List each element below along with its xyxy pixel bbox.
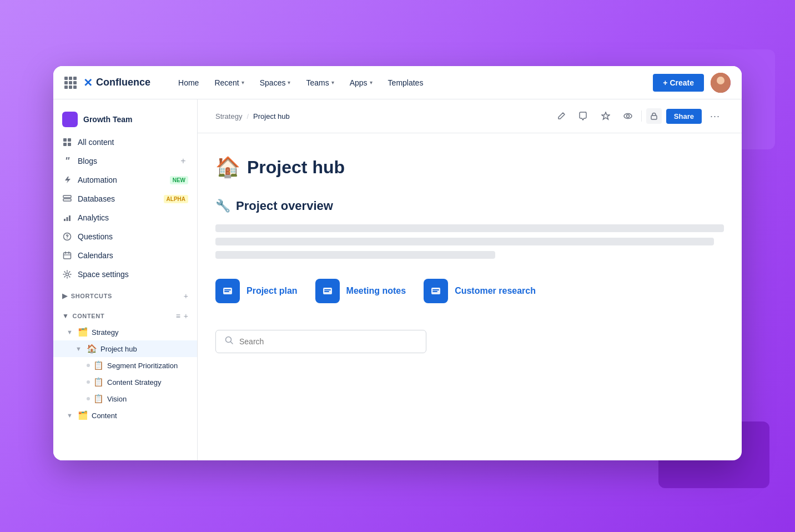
breadcrumb: Strategy / Project hub <box>215 112 290 121</box>
main-layout: Growth Team All content <box>53 99 742 460</box>
add-content-icon[interactable]: + <box>184 312 188 320</box>
card-icon <box>424 279 448 303</box>
sidebar-item-all-content[interactable]: All content <box>53 133 197 152</box>
add-shortcut-icon[interactable]: + <box>184 292 188 300</box>
tree-content-strategy[interactable]: 📋 Content Strategy <box>53 374 197 390</box>
section-heading-row: 🔧 Project overview <box>215 199 724 213</box>
sidebar-item-label: Databases <box>78 194 158 203</box>
logo-label: Confluence <box>96 77 150 88</box>
bullet-icon <box>87 364 90 367</box>
calendars-icon <box>62 250 72 260</box>
filter-icon[interactable]: ≡ <box>176 312 180 320</box>
svg-rect-4 <box>63 138 67 142</box>
tree-project-hub[interactable]: ▼ 🏠 Project hub <box>53 340 197 357</box>
bullet-icon <box>87 380 90 384</box>
nav-recent[interactable]: Recent ▾ <box>207 66 251 99</box>
sidebar-item-blogs[interactable]: " Blogs + <box>53 152 197 170</box>
main-content: Strategy / Project hub <box>198 99 742 460</box>
sidebar-item-databases[interactable]: Databases ALPHA <box>53 189 197 208</box>
svg-rect-11 <box>64 219 66 221</box>
card-icon <box>215 279 240 303</box>
content-header[interactable]: ▼ CONTENT ≡ + <box>53 308 197 324</box>
segment-label: Segment Prioritization <box>107 362 178 370</box>
space-name: Growth Team <box>83 115 132 124</box>
create-button[interactable]: + Create <box>653 74 704 92</box>
section-emoji: 🔧 <box>215 199 230 213</box>
new-badge: NEW <box>170 176 188 184</box>
card-project-plan[interactable]: Project plan <box>215 279 298 303</box>
sidebar-item-label: Calendars <box>78 251 188 260</box>
logo[interactable]: ✕ Confluence <box>83 76 150 89</box>
sidebar-item-label: Questions <box>78 232 188 241</box>
nav-templates[interactable]: Templates <box>380 66 431 99</box>
card-meeting-notes[interactable]: Meeting notes <box>315 279 406 303</box>
nav-teams[interactable]: Teams ▾ <box>298 66 341 99</box>
sidebar-item-space-settings[interactable]: Space settings <box>53 265 197 284</box>
nav-home[interactable]: Home <box>170 66 207 99</box>
star-button[interactable] <box>597 107 615 125</box>
content-icon: 🗂️ <box>78 410 88 420</box>
sidebar-item-label: Automation <box>78 175 164 184</box>
nav-left: ✕ Confluence Home Recent ▾ Spaces ▾ <box>64 66 431 99</box>
more-options-button[interactable]: ··· <box>706 107 724 125</box>
content-toggle-icon: ▼ <box>62 312 69 320</box>
content-collapse-icon: ▼ <box>67 412 74 419</box>
svg-point-17 <box>66 273 69 276</box>
comment-button[interactable] <box>575 107 592 125</box>
breadcrumb-parent[interactable]: Strategy <box>215 112 242 121</box>
sidebar-item-questions[interactable]: Questions <box>53 227 197 246</box>
edit-button[interactable] <box>552 107 570 125</box>
tree-content[interactable]: ▼ 🗂️ Content <box>53 407 197 424</box>
share-button[interactable]: Share <box>666 109 702 124</box>
apps-grid-icon[interactable] <box>64 77 77 89</box>
search-input[interactable] <box>239 337 417 346</box>
search-icon <box>225 336 234 347</box>
sidebar-item-calendars[interactable]: Calendars <box>53 246 197 265</box>
space-icon <box>62 112 78 127</box>
page-body: 🏠 Project hub 🔧 Project overview <box>198 133 742 460</box>
strategy-collapse-icon: ▼ <box>67 329 74 335</box>
logo-x-icon: ✕ <box>83 76 93 89</box>
user-avatar[interactable] <box>711 73 731 93</box>
tree-strategy[interactable]: ▼ 🗂️ Strategy <box>53 324 197 340</box>
sidebar-space-header[interactable]: Growth Team <box>53 106 197 133</box>
svg-rect-6 <box>63 143 67 146</box>
automation-icon <box>62 175 72 185</box>
skeleton-content <box>215 224 724 259</box>
sidebar-item-label: Space settings <box>78 270 188 279</box>
tree-vision[interactable]: 📋 Vision <box>53 390 197 407</box>
sidebar-item-automation[interactable]: Automation NEW <box>53 170 197 189</box>
nav-spaces[interactable]: Spaces ▾ <box>252 66 299 99</box>
card-customer-research[interactable]: Customer research <box>424 279 536 303</box>
svg-point-3 <box>717 77 724 83</box>
card-icon <box>315 279 340 303</box>
chevron-down-icon: ▾ <box>288 79 290 86</box>
sidebar-item-label: Analytics <box>78 213 188 222</box>
skeleton-line <box>215 224 724 232</box>
chevron-down-icon: ▾ <box>331 79 334 86</box>
shortcuts-header[interactable]: ▶ SHORTCUTS + <box>53 288 197 304</box>
lock-button[interactable] <box>646 108 662 124</box>
page-title-emoji: 🏠 <box>215 155 240 179</box>
add-blog-icon[interactable]: + <box>178 156 188 166</box>
content-tree-label: Content <box>92 411 117 420</box>
shortcuts-label: SHORTCUTS <box>71 293 112 299</box>
content-actions: Share ··· <box>552 107 724 125</box>
sidebar-item-analytics[interactable]: Analytics <box>53 208 197 227</box>
project-hub-children: 📋 Segment Prioritization 📋 Content Strat… <box>53 357 197 407</box>
svg-rect-12 <box>67 217 68 221</box>
app-window: ✕ Confluence Home Recent ▾ Spaces ▾ <box>53 66 742 460</box>
chevron-down-icon: ▾ <box>370 79 373 86</box>
blogs-icon: " <box>62 156 72 166</box>
sidebar: Growth Team All content <box>53 99 198 460</box>
analytics-icon <box>62 213 72 223</box>
content-section: ▼ CONTENT ≡ + ▼ 🗂️ Strategy <box>53 308 197 424</box>
nav-apps[interactable]: Apps ▾ <box>342 66 380 99</box>
content-cards: Project plan Meeting notes <box>215 279 724 303</box>
questions-icon <box>62 232 72 242</box>
tree-segment-prioritization[interactable]: 📋 Segment Prioritization <box>53 357 197 374</box>
watch-button[interactable] <box>619 107 637 125</box>
svg-rect-7 <box>68 143 71 146</box>
search-wrap <box>215 330 426 353</box>
content-strategy-icon: 📋 <box>93 377 104 387</box>
